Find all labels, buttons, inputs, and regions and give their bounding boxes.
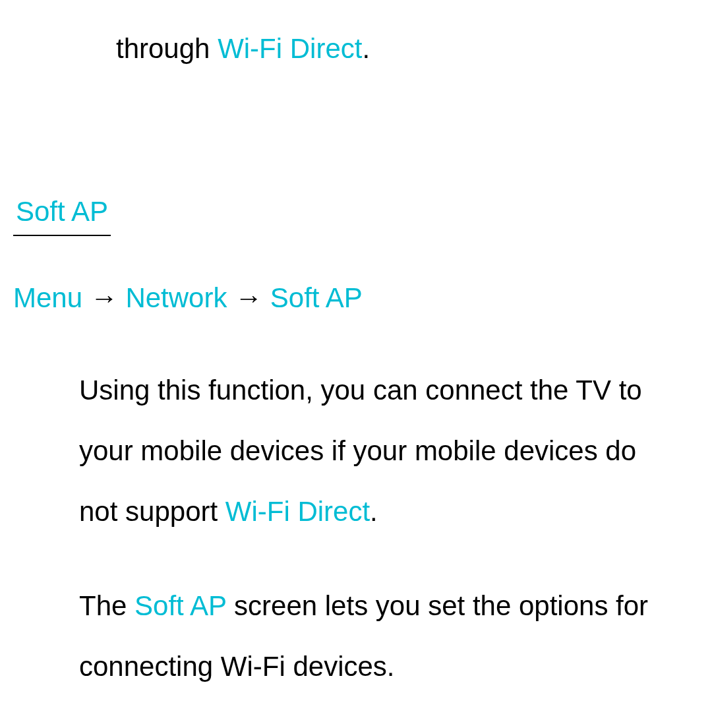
para1-text2: .: [370, 496, 378, 527]
breadcrumb-menu[interactable]: Menu: [13, 282, 82, 313]
section-heading: Soft AP: [13, 189, 111, 236]
wifi-direct-link-top[interactable]: Wi-Fi Direct: [218, 33, 362, 64]
breadcrumb-softap[interactable]: Soft AP: [270, 282, 363, 313]
breadcrumb: Menu → Network → Soft AP: [13, 276, 699, 320]
wifi-direct-link-body[interactable]: Wi-Fi Direct: [225, 496, 370, 527]
breadcrumb-network[interactable]: Network: [125, 282, 227, 313]
top-fragment-text2: .: [362, 33, 370, 64]
description-paragraph-1: Using this function, you can connect the…: [79, 360, 679, 543]
section-heading-container: Soft AP: [13, 71, 699, 236]
top-fragment-text1: through: [116, 33, 218, 64]
description-paragraph-2: The Soft AP screen lets you set the opti…: [79, 576, 679, 698]
breadcrumb-arrow-2: →: [227, 282, 270, 313]
breadcrumb-arrow-1: →: [82, 282, 125, 313]
softap-link-body[interactable]: Soft AP: [134, 590, 226, 621]
top-fragment-line: through Wi-Fi Direct.: [116, 26, 699, 71]
para2-text1: The: [79, 590, 134, 621]
